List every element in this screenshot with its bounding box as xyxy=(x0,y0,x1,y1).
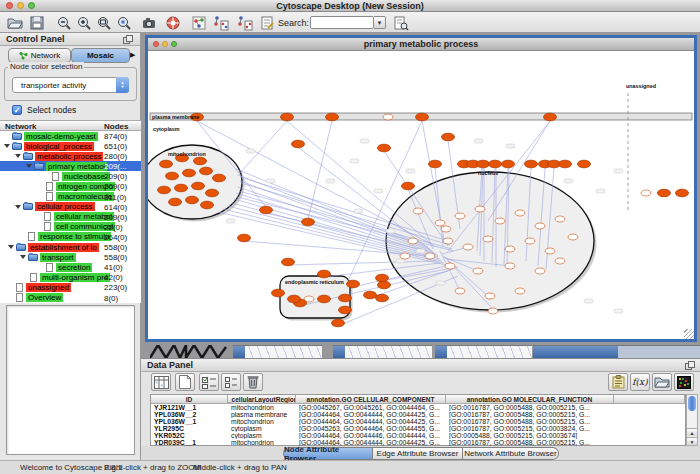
network-node[interactable] xyxy=(376,274,389,282)
network-node[interactable] xyxy=(206,189,219,197)
network-node[interactable] xyxy=(435,220,445,226)
network-node[interactable] xyxy=(282,258,295,266)
expand-arrow-icon[interactable] xyxy=(26,164,32,168)
paste-icon[interactable] xyxy=(608,373,628,391)
network-node[interactable] xyxy=(555,216,565,222)
network-node[interactable] xyxy=(318,295,331,303)
network-node[interactable] xyxy=(183,169,196,177)
network-node[interactable] xyxy=(535,223,545,229)
tree-row[interactable]: cell communicat22(0) xyxy=(0,222,141,232)
network-node[interactable] xyxy=(483,236,493,242)
tree-col-network[interactable]: Network xyxy=(5,122,37,131)
network-node[interactable] xyxy=(535,268,545,274)
network-node[interactable] xyxy=(443,238,453,244)
annotation-icon[interactable] xyxy=(258,14,275,31)
zoom-selected-icon[interactable] xyxy=(115,14,132,31)
tree-row-label[interactable]: biological_process xyxy=(24,142,94,151)
network-node[interactable] xyxy=(339,306,352,314)
network-node[interactable] xyxy=(475,206,485,212)
network-node[interactable] xyxy=(544,113,557,121)
tree-row[interactable]: cellular metabol209(0) xyxy=(0,212,141,222)
network-node[interactable] xyxy=(555,258,565,264)
link-network-alt-icon[interactable] xyxy=(236,14,253,31)
scroll-down-icon[interactable]: ▼ xyxy=(687,437,697,445)
table-column-header[interactable]: annotation.GO MOLECULAR_FUNCTION xyxy=(446,395,614,404)
network-node[interactable] xyxy=(332,319,345,327)
network-node[interactable] xyxy=(200,167,213,175)
network-node[interactable] xyxy=(194,157,207,165)
network-canvas[interactable]: plasma membranecytoplasmmitochondrionnuc… xyxy=(148,51,694,339)
expand-arrow-icon[interactable] xyxy=(20,255,26,259)
network-node[interactable] xyxy=(383,114,393,120)
tree-row[interactable]: nitrogen compo209(0) xyxy=(0,181,141,191)
background-window-sliver[interactable] xyxy=(618,345,700,358)
select-attributes-icon[interactable] xyxy=(199,373,219,391)
network-node[interactable] xyxy=(272,289,285,297)
network-node[interactable] xyxy=(347,280,360,288)
network-node[interactable] xyxy=(260,206,273,214)
network-node[interactable] xyxy=(376,294,389,302)
network-node[interactable] xyxy=(175,184,188,192)
tree-row[interactable]: Overview8(0) xyxy=(0,293,141,303)
zoom-in-icon[interactable] xyxy=(75,14,92,31)
link-network-icon[interactable] xyxy=(212,14,229,31)
network-node[interactable] xyxy=(559,160,572,168)
tree-row-label[interactable]: cellular process xyxy=(35,202,95,211)
table-column-header[interactable]: annotation.GO CELLULAR_COMPONENT xyxy=(296,395,446,404)
network-node[interactable] xyxy=(485,293,495,299)
tree-row-label[interactable]: secretion xyxy=(56,263,92,272)
function-builder-icon[interactable]: f(x) xyxy=(630,373,650,391)
tree-row-label[interactable]: response to stimulu xyxy=(38,232,111,241)
network-node[interactable] xyxy=(238,234,251,242)
network-node[interactable] xyxy=(545,248,555,254)
tree-row[interactable]: biological_process651(0) xyxy=(0,141,141,151)
attribute-table-icon[interactable] xyxy=(151,373,171,391)
network-node[interactable] xyxy=(477,160,490,168)
network-node[interactable] xyxy=(169,198,182,206)
search-dropdown-icon[interactable]: ▼ xyxy=(374,16,386,29)
tree-row-label[interactable]: establishment of lo xyxy=(28,243,99,252)
tree-row-label[interactable]: metabolic process xyxy=(35,152,103,161)
network-node[interactable] xyxy=(488,308,498,314)
network-node[interactable] xyxy=(364,291,377,299)
select-nodes-checkbox[interactable]: ✓ xyxy=(12,105,22,115)
birdseye-panel[interactable] xyxy=(6,305,135,455)
tree-row[interactable]: transport558(0) xyxy=(0,252,141,262)
tree-row-label[interactable]: Overview xyxy=(26,293,63,302)
network-node[interactable] xyxy=(445,263,455,269)
table-row[interactable]: YJR121W__1mitochondrion[GO:0045267, GO:0… xyxy=(151,404,685,411)
open-icon[interactable] xyxy=(6,14,23,31)
tree-row[interactable]: response to stimulu264(0) xyxy=(0,232,141,242)
tree-row[interactable]: multi-organism pro42(0) xyxy=(0,272,141,282)
network-node[interactable] xyxy=(658,189,671,197)
tree-row[interactable]: metabolic process280(0) xyxy=(0,151,141,161)
create-attribute-icon[interactable] xyxy=(175,373,195,391)
scroll-up-icon[interactable]: ▲ xyxy=(687,428,697,436)
network-node[interactable] xyxy=(525,160,538,168)
tree-row-label[interactable]: multi-organism pro xyxy=(40,273,110,282)
tab-edge-attribute-browser[interactable]: Edge Attribute Browser xyxy=(373,447,463,460)
unselect-attributes-icon[interactable] xyxy=(221,373,241,391)
expand-arrow-icon[interactable] xyxy=(15,154,21,158)
background-window-edge[interactable] xyxy=(533,345,618,358)
network-node[interactable] xyxy=(568,234,578,240)
tab-network-attribute-browser[interactable]: Network Attribute Browser xyxy=(463,447,559,460)
network-node[interactable] xyxy=(429,160,442,168)
background-window-edge[interactable] xyxy=(435,345,447,358)
expand-arrow-icon[interactable] xyxy=(8,245,14,249)
import-attributes-icon[interactable] xyxy=(652,373,672,391)
network-node[interactable] xyxy=(489,160,502,168)
delete-attribute-icon[interactable] xyxy=(243,373,263,391)
tab-node-attribute-browser[interactable]: Node Attribute Browser xyxy=(283,447,373,460)
tree-row[interactable]: secretion41(0) xyxy=(0,262,141,272)
network-node[interactable] xyxy=(515,288,525,294)
network-node[interactable] xyxy=(302,218,315,226)
tree-row[interactable]: nucleobase-209(0) xyxy=(0,171,141,181)
snapshot-icon[interactable] xyxy=(140,14,157,31)
tab-network[interactable]: Network xyxy=(8,48,71,63)
vizmapper-icon[interactable] xyxy=(190,14,207,31)
network-node[interactable] xyxy=(442,133,455,141)
network-node[interactable] xyxy=(515,210,525,216)
network-node[interactable] xyxy=(641,190,651,196)
background-window-sliver[interactable] xyxy=(245,345,322,358)
